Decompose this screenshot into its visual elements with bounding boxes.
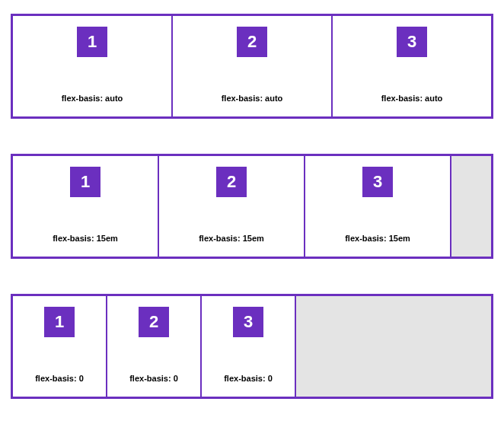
item-caption: flex-basis: 0 [13,374,106,383]
flex-item: 1 flex-basis: auto [13,16,173,116]
flex-row-auto: 1 flex-basis: auto 2 flex-basis: auto 3 … [11,14,493,119]
item-number: 1 [70,167,100,197]
item-caption: flex-basis: 0 [107,374,200,383]
flex-item: 1 flex-basis: 15em [13,156,159,257]
item-caption: flex-basis: auto [13,94,171,103]
item-caption: flex-basis: auto [333,94,491,103]
item-number: 3 [397,27,427,57]
item-caption: flex-basis: 15em [305,234,450,243]
item-number: 2 [216,167,247,197]
flex-row-zero: 1 flex-basis: 0 2 flex-basis: 0 3 flex-b… [11,294,493,399]
item-caption: flex-basis: auto [173,94,331,103]
flex-item: 2 flex-basis: 0 [107,296,202,397]
flex-item: 3 flex-basis: 0 [202,296,296,397]
flex-item: 1 flex-basis: 0 [13,296,107,397]
item-number: 3 [362,167,393,197]
flex-item: 2 flex-basis: 15em [159,156,305,257]
flex-item: 3 flex-basis: 15em [305,156,451,257]
item-number: 2 [237,27,267,57]
flex-item: 2 flex-basis: auto [173,16,333,116]
item-number: 1 [44,307,75,337]
item-caption: flex-basis: 15em [13,234,158,243]
item-caption: flex-basis: 0 [202,374,295,383]
flex-row-15em: 1 flex-basis: 15em 2 flex-basis: 15em 3 … [11,154,493,259]
item-number: 2 [139,307,169,337]
item-number: 3 [233,307,263,337]
flex-item: 3 flex-basis: auto [333,16,491,116]
item-number: 1 [77,27,107,57]
item-caption: flex-basis: 15em [159,234,304,243]
